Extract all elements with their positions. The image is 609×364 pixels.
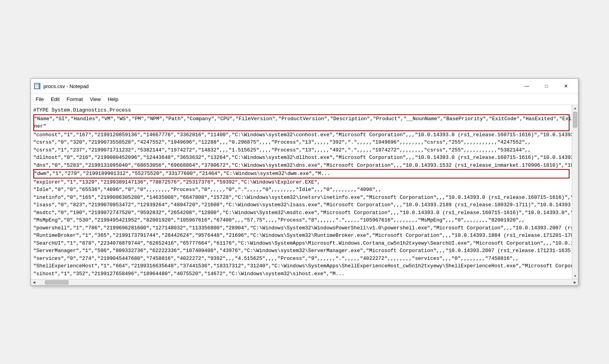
text-line: "MsMpEng","0","530","2199495421952","820… bbox=[33, 216, 569, 224]
svg-rect-1 bbox=[36, 83, 38, 85]
text-line: "RuntimeBroker","1","365","2199173791744… bbox=[33, 232, 569, 240]
title-bar: procs.csv - Notepad — □ ✕ bbox=[31, 79, 578, 94]
text-line: "SearchUI","1","878","2234078879744","62… bbox=[33, 240, 569, 247]
text-line: "lsass","0","823","2199070953472","12939… bbox=[33, 201, 569, 209]
text-line: "conhost","1","167","2199120859136","146… bbox=[33, 131, 569, 139]
text-line: "inetinfo","0","165","2199086305280","14… bbox=[33, 194, 569, 202]
scroll-track-horizontal[interactable] bbox=[37, 279, 572, 285]
text-line: "Name","SI","Handles","VM","WS","PM","NP… bbox=[33, 114, 569, 123]
menu-view[interactable]: View bbox=[87, 95, 104, 104]
vertical-scrollbar[interactable]: ▲ ▼ bbox=[572, 105, 578, 279]
text-line: "csrss","1","237","2199071711232","53821… bbox=[33, 146, 569, 154]
text-line: "explorer","1","1329","2199389147136","7… bbox=[33, 178, 569, 186]
text-line: "sihost","1","352","2199127658496","1896… bbox=[33, 270, 569, 278]
scroll-right-arrow[interactable]: ▶ bbox=[572, 279, 578, 286]
text-line: "msdtc","0","190","2199072747520","95928… bbox=[33, 209, 569, 217]
menu-format[interactable]: Format bbox=[63, 95, 86, 104]
scroll-down-arrow[interactable]: ▼ bbox=[572, 273, 578, 279]
scroll-thumb-vertical[interactable] bbox=[573, 112, 577, 128]
text-line: "services","0","274","2199045447680","74… bbox=[33, 255, 569, 263]
title-bar-left: procs.csv - Notepad bbox=[34, 83, 89, 89]
menu-edit[interactable]: Edit bbox=[48, 95, 63, 104]
maximize-button[interactable]: □ bbox=[537, 81, 555, 91]
menu-file[interactable]: File bbox=[32, 95, 47, 104]
title-controls: — □ ✕ bbox=[518, 81, 575, 91]
menu-bar: File Edit Format View Help bbox=[31, 94, 578, 105]
text-line: "ServerManager","1","506","809332736","6… bbox=[33, 247, 569, 255]
text-line: "dns","0","5283","2199131095040","686530… bbox=[33, 162, 569, 169]
text-line: #TYPE System.Diagnostics.Process bbox=[33, 106, 569, 114]
scroll-left-arrow[interactable]: ◀ bbox=[31, 279, 37, 286]
content-area: #TYPE System.Diagnostics.Process"Name","… bbox=[31, 105, 578, 279]
main-window: procs.csv - Notepad — □ ✕ File Edit Form… bbox=[31, 78, 578, 286]
text-line: "Idle","0","0","65536","4096","0","0",,,… bbox=[33, 186, 569, 194]
menu-help[interactable]: Help bbox=[105, 95, 121, 104]
text-line: "csrss","0","320","2199073558528","42475… bbox=[33, 139, 569, 146]
text-line: "dllhost","0","216","2199080452096","124… bbox=[33, 154, 569, 162]
scroll-up-arrow[interactable]: ▲ bbox=[572, 105, 578, 111]
scroll-thumb-horizontal[interactable] bbox=[45, 280, 68, 285]
close-button[interactable]: ✕ bbox=[557, 81, 575, 91]
window-title: procs.csv - Notepad bbox=[43, 83, 89, 89]
minimize-button[interactable]: — bbox=[518, 81, 536, 91]
horizontal-scrollbar[interactable]: ◀ ▶ bbox=[31, 279, 578, 285]
text-line: ner" bbox=[33, 123, 569, 131]
notepad-icon bbox=[34, 83, 40, 89]
scroll-track-vertical[interactable] bbox=[572, 111, 578, 273]
text-line: "ShellExperienceHost","1","664","2199316… bbox=[33, 262, 569, 270]
text-line: "powershell","1","786","2199696281600","… bbox=[33, 224, 569, 232]
text-line: "dwm","1","279","2199189901312","5527552… bbox=[33, 169, 569, 178]
text-content[interactable]: #TYPE System.Diagnostics.Process"Name","… bbox=[31, 105, 572, 279]
